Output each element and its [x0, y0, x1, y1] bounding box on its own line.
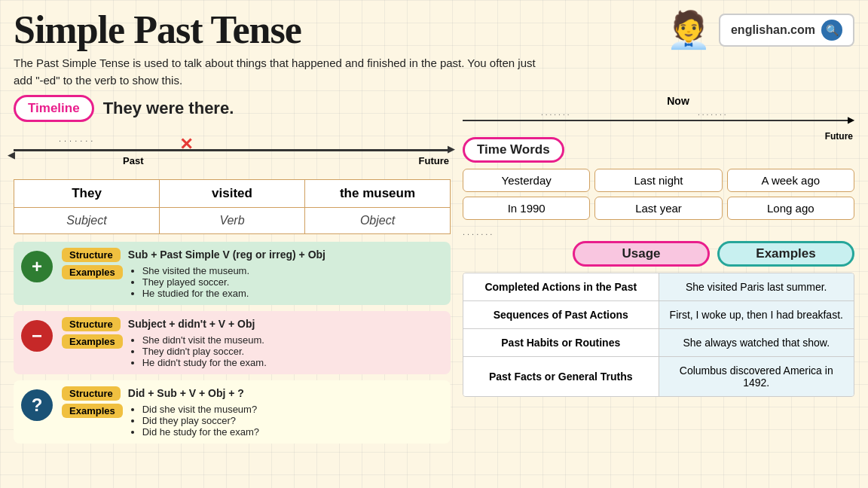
ue-usage-4: Past Facts or General Truths [463, 357, 659, 396]
list-item: He studied for the exam. [142, 288, 249, 299]
time-word-last-night: Last night [594, 169, 722, 192]
ue-example-1: She visited Paris last summer. [659, 273, 854, 300]
positive-examples-row: Examples She visited the museum. They pl… [62, 265, 443, 299]
negative-examples-label: Examples [62, 334, 123, 349]
ue-example-3: She always watched that show. [659, 329, 854, 356]
list-item: He didn't study for the exam. [142, 357, 267, 368]
list-item: Did they play soccer? [142, 415, 259, 426]
question-examples-row: Examples Did she visit the museum? Did t… [62, 404, 443, 438]
time-word-in-1990: In 1990 [463, 197, 590, 220]
website-badge: englishan.com 🔍 [719, 14, 854, 47]
main-content: Timeline They were there. ....... ▶ ◀ ✕ … [14, 95, 854, 444]
ue-example-4: Columbus discovered America in 1492. [659, 357, 854, 396]
page: Simple Past Tense 🧑‍💼 englishan.com 🔍 Th… [0, 0, 868, 488]
negative-content: Structure Subject + didn't + V + Obj Exa… [62, 317, 443, 368]
positive-content: Structure Sub + Past Simple V (reg or ir… [62, 248, 443, 299]
ue-row-3: Past Habits or Routines She always watch… [463, 329, 854, 357]
arrow-right: ▶ [448, 143, 455, 154]
question-struct-line: Structure Did + Sub + V + Obj + ? [62, 386, 443, 401]
negative-examples-list: She didn't visit the museum. They didn't… [129, 334, 267, 368]
usage-examples-header: Usage Examples [463, 241, 854, 267]
arrow-left: ◀ [8, 149, 15, 160]
negative-structure-text: Subject + didn't + V + Obj [128, 318, 255, 330]
positive-sign: + [21, 251, 53, 282]
right-timeline-line-container: ▶ ....... ....... Future [463, 108, 854, 131]
page-title: Simple Past Tense [14, 8, 301, 52]
negative-structure: − Structure Subject + didn't + V + Obj E… [14, 311, 451, 374]
positive-examples-list: She visited the museum. They played socc… [129, 265, 249, 299]
timeline-row: Timeline They were there. [14, 95, 451, 122]
question-sign: ? [21, 389, 53, 421]
table-cell-verb: visited [160, 180, 305, 208]
right-panel: Now ▶ ....... ....... Future Time Words … [463, 95, 854, 444]
positive-structure-label: Structure [62, 248, 121, 262]
question-structure-text: Did + Sub + V + Obj + ? [128, 387, 244, 399]
table-cell-verb-label: Verb [160, 208, 305, 234]
usage-badge: Usage [573, 241, 710, 267]
time-words-badge: Time Words [463, 137, 564, 163]
time-word-long-ago: Long ago [727, 197, 854, 220]
question-structure-label: Structure [62, 386, 121, 401]
usage-examples-table: Completed Actions in the Past She visite… [463, 273, 854, 397]
right-arrow: ▶ [848, 114, 854, 125]
list-item: Did she visit the museum? [142, 404, 259, 415]
table-cell-subject: They [14, 180, 160, 208]
right-timeline-container: Now ▶ ....... ....... Future [463, 95, 854, 131]
examples-badge: Examples [717, 241, 854, 267]
question-content: Structure Did + Sub + V + Obj + ? Exampl… [62, 386, 443, 438]
time-word-yesterday: Yesterday [463, 169, 590, 192]
question-examples-list: Did she visit the museum? Did they play … [129, 404, 259, 438]
left-panel: Timeline They were there. ....... ▶ ◀ ✕ … [14, 95, 451, 444]
timeline-line [14, 149, 451, 151]
sentence-table: They visited the museum Subject Verb Obj… [14, 179, 451, 234]
x-mark: ✕ [179, 135, 193, 154]
dots-left: ....... [59, 134, 96, 143]
right-dots2: ....... [698, 108, 728, 117]
search-icon[interactable]: 🔍 [821, 20, 842, 41]
structures-section: + Structure Sub + Past Simple V (reg or … [14, 242, 451, 444]
negative-sign: − [21, 320, 53, 352]
list-item: She visited the museum. [142, 265, 249, 276]
ue-usage-1: Completed Actions in the Past [463, 273, 659, 300]
character-icon: 🧑‍💼 [666, 12, 711, 48]
list-item: They played soccer. [142, 276, 249, 288]
table-cell-object-label: Object [305, 208, 451, 234]
right-timeline-line [463, 120, 848, 121]
positive-structure: + Structure Sub + Past Simple V (reg or … [14, 242, 451, 305]
timeline-badge: Timeline [14, 95, 94, 122]
table-cell-object: the museum [305, 180, 451, 208]
ue-usage-2: Sequences of Past Actions [463, 301, 659, 328]
positive-structure-text: Sub + Past Simple V (reg or irreg) + Obj [128, 249, 326, 261]
timeline-graphic: ....... ▶ ◀ ✕ Past Future [14, 128, 451, 167]
header-right: 🧑‍💼 englishan.com 🔍 [666, 12, 854, 48]
positive-examples-label: Examples [62, 265, 123, 279]
timeline-sentence: They were there. [103, 99, 234, 118]
website-text: englishan.com [731, 23, 815, 37]
list-item: Did he study for the exam? [142, 426, 259, 438]
list-item: They didn't play soccer. [142, 346, 267, 357]
right-future-label: Future [825, 131, 853, 142]
time-word-week-ago: A week ago [727, 169, 854, 192]
now-label: Now [502, 95, 854, 107]
question-examples-label: Examples [62, 404, 123, 418]
negative-examples-row: Examples She didn't visit the museum. Th… [62, 334, 443, 368]
ue-row-4: Past Facts or General Truths Columbus di… [463, 357, 854, 396]
positive-struct-line: Structure Sub + Past Simple V (reg or ir… [62, 248, 443, 262]
future-label: Future [419, 155, 449, 166]
ue-usage-3: Past Habits or Routines [463, 329, 659, 356]
ue-row-1: Completed Actions in the Past She visite… [463, 273, 854, 301]
intro-text: The Past Simple Tense is used to talk ab… [14, 55, 541, 89]
time-word-last-year: Last year [594, 197, 722, 220]
table-cell-subject-label: Subject [14, 208, 160, 234]
header: Simple Past Tense 🧑‍💼 englishan.com 🔍 [14, 8, 854, 52]
time-words-section: Time Words Yesterday Last night A week a… [463, 137, 854, 220]
negative-structure-label: Structure [62, 317, 121, 331]
past-label: Past [123, 155, 143, 166]
list-item: She didn't visit the museum. [142, 334, 267, 346]
time-words-grid: Yesterday Last night A week ago In 1990 … [463, 169, 854, 220]
question-structure: ? Structure Did + Sub + V + Obj + ? Exam… [14, 380, 451, 444]
ue-row-2: Sequences of Past Actions First, I woke … [463, 301, 854, 329]
dots-separator: ....... [463, 227, 854, 236]
right-dots: ....... [541, 108, 571, 117]
negative-struct-line: Structure Subject + didn't + V + Obj [62, 317, 443, 331]
